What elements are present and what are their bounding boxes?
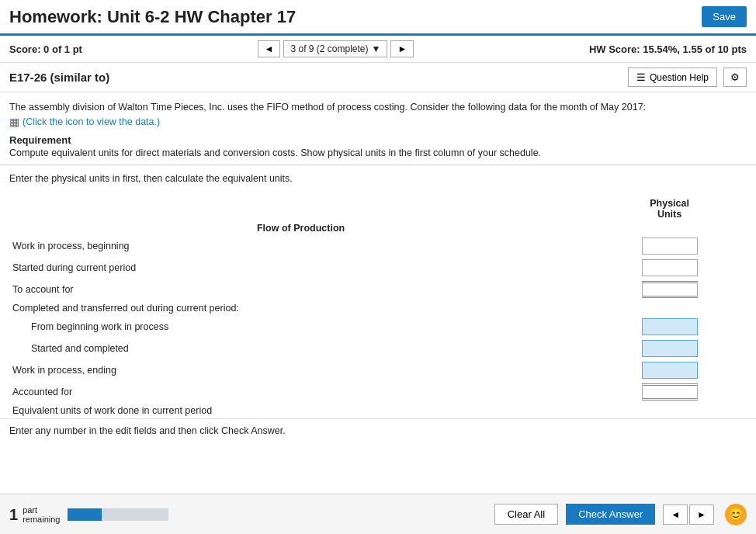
data-link[interactable]: ▦ (Click the icon to view the data.) bbox=[9, 116, 747, 128]
table-row: Work in process, beginning bbox=[9, 235, 747, 257]
row-label: To account for bbox=[9, 279, 592, 300]
hw-score-label: HW Score: 15.54%, 1.55 of 10 pts bbox=[589, 43, 747, 55]
row-label: Work in process, ending bbox=[9, 359, 592, 381]
requirement-label: Requirement bbox=[9, 134, 747, 146]
instruction-text: Enter the physical units in first, then … bbox=[9, 173, 747, 184]
table-row: Started and completed bbox=[9, 338, 747, 359]
nav-dropdown[interactable]: 3 of 9 (2 complete) ▼ bbox=[283, 40, 387, 57]
question-id: E17-26 (similar to) bbox=[9, 71, 628, 84]
col-header-flow bbox=[9, 196, 592, 221]
gear-icon: ⚙ bbox=[730, 71, 740, 83]
page-header: Homework: Unit 6-2 HW Chapter 17 Save bbox=[0, 0, 756, 36]
chevron-down-icon: ▼ bbox=[372, 43, 381, 54]
row-label: Completed and transferred out during cur… bbox=[9, 300, 592, 316]
score-row: Score: 0 of 1 pt ◄ 3 of 9 (2 complete) ▼… bbox=[0, 36, 756, 63]
cell-input-5[interactable] bbox=[642, 340, 698, 357]
table-area: Enter the physical units in first, then … bbox=[0, 165, 756, 418]
table-row: Started during current period bbox=[9, 257, 747, 279]
question-row: E17-26 (similar to) ☰ Question Help ⚙ bbox=[0, 63, 756, 92]
cell-input-1[interactable] bbox=[642, 259, 698, 276]
table-row: Accounted for bbox=[9, 381, 747, 403]
row-label: Equivalent units of work done in current… bbox=[9, 403, 592, 418]
page-title: Homework: Unit 6-2 HW Chapter 17 bbox=[9, 7, 296, 27]
table-row: Work in process, ending bbox=[9, 359, 747, 381]
status-text: Enter any number in the edit fields and … bbox=[9, 425, 286, 436]
requirement-text: Compute equivalent units for direct mate… bbox=[9, 147, 747, 158]
row-label: Started and completed bbox=[9, 338, 592, 359]
settings-button[interactable]: ⚙ bbox=[723, 68, 747, 87]
col-subheader-units bbox=[592, 221, 747, 235]
bottom-status: Enter any number in the edit fields and … bbox=[0, 418, 756, 442]
col-header-physical: Physical Units bbox=[592, 196, 747, 221]
col-subheader-flow: Flow of Production bbox=[9, 221, 592, 235]
row-label: Started during current period bbox=[9, 257, 592, 279]
table-row: Equivalent units of work done in current… bbox=[9, 403, 747, 418]
grid-icon: ▦ bbox=[9, 116, 19, 128]
table-row: Completed and transferred out during cur… bbox=[9, 300, 747, 316]
table-row: To account for bbox=[9, 279, 747, 300]
question-help-button[interactable]: ☰ Question Help bbox=[628, 68, 717, 87]
cell-input-0[interactable] bbox=[642, 238, 698, 255]
cell-input-7[interactable] bbox=[642, 383, 698, 400]
score-label: Score: 0 of 1 pt bbox=[9, 43, 82, 55]
nav-prev-button[interactable]: ◄ bbox=[258, 40, 281, 57]
row-label: Work in process, beginning bbox=[9, 235, 592, 257]
nav-next-button[interactable]: ► bbox=[390, 40, 414, 57]
save-button[interactable]: Save bbox=[702, 6, 747, 27]
cell-input-6[interactable] bbox=[642, 362, 698, 379]
description-text: The assembly division of Walton Time Pie… bbox=[9, 102, 747, 113]
table-row: From beginning work in process bbox=[9, 316, 747, 338]
nav-area: ◄ 3 of 9 (2 complete) ▼ ► bbox=[258, 40, 414, 57]
content-area: The assembly division of Walton Time Pie… bbox=[0, 92, 756, 158]
row-label: From beginning work in process bbox=[9, 316, 592, 338]
list-icon: ☰ bbox=[636, 71, 646, 83]
production-table: Physical Units Flow of Production Work i… bbox=[9, 196, 747, 418]
row-label: Accounted for bbox=[9, 381, 592, 403]
cell-input-4[interactable] bbox=[642, 318, 698, 335]
cell-input-2[interactable] bbox=[642, 281, 698, 298]
